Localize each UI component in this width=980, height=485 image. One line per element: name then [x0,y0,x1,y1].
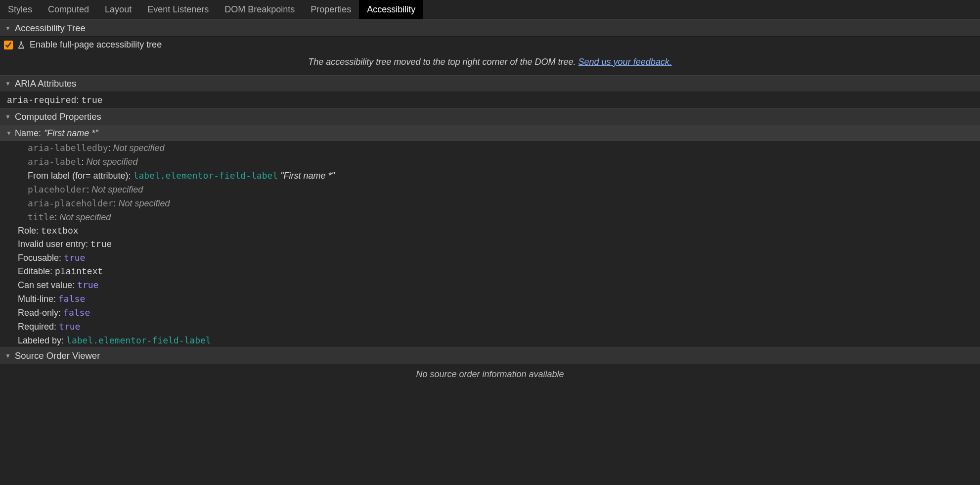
flask-icon [17,41,26,49]
prop-label: Multi-line: [18,294,58,304]
aria-attr-value: true [81,96,102,105]
section-title: Computed Properties [15,111,101,122]
source-attr: placeholder [28,184,87,194]
computed-property-row: Role: textbox [0,224,980,238]
source-attr: aria-labelledby [28,143,108,153]
labeled-by-value[interactable]: label.elementor-field-label [66,335,211,345]
section-computed-properties-header[interactable]: ▼ Computed Properties [0,108,980,125]
name-value: "First name *" [44,128,98,139]
prop-label: Focusable: [18,253,64,263]
source-attr: aria-label [28,156,81,167]
name-source-row: aria-labelledby: Not specified [0,141,980,155]
computed-property-row: Editable: plaintext [0,265,980,278]
name-source-row: placeholder: Not specified [0,183,980,196]
computed-property-row: Invalid user entry: true [0,238,980,251]
source-value: Not specified [113,143,165,153]
label-value: "First name *" [278,171,335,181]
name-source-row: title: Not specified [0,210,980,224]
name-source-row: From label (for= attribute): label.eleme… [0,169,980,183]
prop-value: true [59,321,80,332]
banner-text: The accessibility tree moved to the top … [308,57,578,67]
from-label-text: From label (for= attribute): [28,171,134,181]
prop-label: Editable: [18,266,55,276]
triangle-down-icon: ▼ [5,352,11,359]
section-aria-attributes-header[interactable]: ▼ ARIA Attributes [0,75,980,92]
name-source-row: aria-placeholder: Not specified [0,196,980,210]
section-title: ARIA Attributes [15,78,76,89]
tab-accessibility[interactable]: Accessibility [359,0,423,19]
tab-properties[interactable]: Properties [303,0,359,19]
tab-event-listeners[interactable]: Event Listeners [139,0,217,19]
source-value: Not specified [118,198,170,208]
computed-property-row: Read-only: false [0,306,980,320]
tab-computed[interactable]: Computed [40,0,97,19]
prop-value: plaintext [55,267,103,277]
devtools-tabbar: StylesComputedLayoutEvent ListenersDOM B… [0,0,980,20]
prop-label: Role: [18,226,41,236]
prop-value: textbox [41,226,79,236]
triangle-down-icon: ▼ [5,80,11,87]
label-selector[interactable]: label.elementor-field-label [134,170,278,181]
prop-label: Can set value: [18,280,77,290]
computed-property-row: Can set value: true [0,278,980,292]
prop-value: true [64,252,85,263]
tab-styles[interactable]: Styles [0,0,40,19]
section-title: Source Order Viewer [15,350,100,361]
prop-value: false [58,293,85,304]
prop-label: Required: [18,322,59,332]
source-order-message: No source order information available [0,364,980,387]
send-feedback-link[interactable]: Send us your feedback. [579,57,672,67]
labeled-by-row: Labeled by: label.elementor-field-label [0,334,980,347]
name-label: Name: [15,128,41,139]
prop-label: Read-only: [18,308,63,318]
triangle-down-icon: ▼ [6,130,12,137]
labeled-by-label: Labeled by: [18,336,66,345]
enable-full-page-tree-row: Enable full-page accessibility tree [0,37,980,53]
prop-value: false [63,307,90,318]
prop-value: true [90,240,112,249]
computed-property-row: Required: true [0,320,980,334]
prop-label: Invalid user entry: [18,239,90,249]
section-title: Accessibility Tree [15,23,86,34]
enable-full-page-tree-checkbox[interactable] [4,41,13,49]
source-value: Not specified [59,212,111,222]
computed-name-row[interactable]: ▼ Name: "First name *" [0,125,980,141]
computed-property-row: Multi-line: false [0,292,980,306]
name-source-row: aria-label: Not specified [0,155,980,169]
triangle-down-icon: ▼ [5,113,11,120]
triangle-down-icon: ▼ [5,25,11,32]
section-accessibility-tree-header[interactable]: ▼ Accessibility Tree [0,20,980,37]
source-attr: aria-placeholder [28,198,113,208]
tab-dom-breakpoints[interactable]: DOM Breakpoints [217,0,303,19]
aria-attribute-row: aria-required: true [0,92,980,108]
computed-property-row: Focusable: true [0,251,980,265]
section-source-order-header[interactable]: ▼ Source Order Viewer [0,347,980,364]
source-attr: title [28,212,54,222]
source-value: Not specified [86,157,137,167]
accessibility-tree-banner: The accessibility tree moved to the top … [0,53,980,75]
source-value: Not specified [91,185,143,194]
aria-attr-name: aria-required [7,96,76,105]
prop-value: true [77,280,98,290]
enable-full-page-tree-label: Enable full-page accessibility tree [30,40,162,50]
tab-layout[interactable]: Layout [97,0,139,19]
